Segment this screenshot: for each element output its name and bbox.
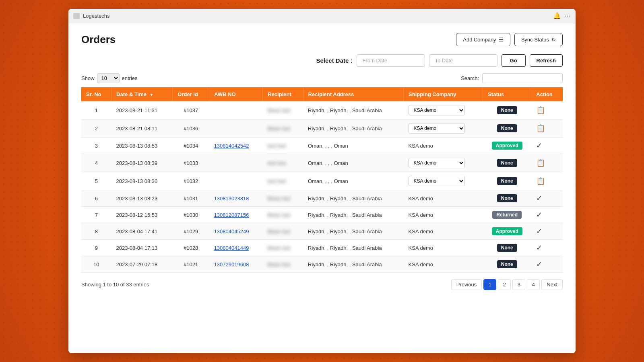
cell-action-3[interactable]: 📋 <box>531 154 563 172</box>
cell-sr-1: 2 <box>81 119 111 138</box>
entries-label: entries <box>122 75 138 81</box>
page-title: Orders <box>81 33 116 46</box>
cell-datetime-2: 2023-08-13 08:53 <box>111 138 173 154</box>
shipping-select-1[interactable]: KSA demo <box>409 123 465 134</box>
check-icon-8[interactable]: ✓ <box>536 243 542 252</box>
to-date-input[interactable] <box>429 54 497 67</box>
cell-recipient-9: Biwar last <box>263 256 303 273</box>
awb-link-9[interactable]: 130729019608 <box>214 261 249 267</box>
cell-sr-9: 10 <box>81 256 111 273</box>
cell-address-9: Riyadh, , Riyadh, , Saudi Arabia <box>303 256 403 273</box>
cell-datetime-7: 2023-08-04 17:41 <box>111 223 173 240</box>
cell-action-9[interactable]: ✓ <box>531 256 563 273</box>
cell-datetime-8: 2023-08-04 17:13 <box>111 240 173 256</box>
shipping-select-0[interactable]: KSA demo <box>409 105 465 115</box>
awb-link-6[interactable]: 130812087156 <box>214 212 249 218</box>
col-datetime[interactable]: Date & Time ▼ <box>111 87 173 101</box>
cell-sr-6: 7 <box>81 207 111 223</box>
copy-icon-3[interactable]: 📋 <box>536 158 545 167</box>
cell-awb-1 <box>209 119 263 138</box>
browser-titlebar: Logestechs 🔔 ⋯ <box>68 9 576 23</box>
refresh-button[interactable]: Refresh <box>530 54 563 67</box>
copy-icon-0[interactable]: 📋 <box>536 106 545 115</box>
cell-action-8[interactable]: ✓ <box>531 240 563 256</box>
next-button[interactable]: Next <box>541 279 563 290</box>
awb-link-2[interactable]: 130814042542 <box>214 143 249 149</box>
cell-action-5[interactable]: ✓ <box>531 190 563 207</box>
page-2-button[interactable]: 2 <box>498 279 511 290</box>
pagination-controls: Previous 1 2 3 4 Next <box>451 279 563 290</box>
previous-button[interactable]: Previous <box>451 279 482 290</box>
status-badge-0: None <box>497 106 517 114</box>
cell-awb-8[interactable]: 130804041449 <box>209 240 263 256</box>
check-icon-7[interactable]: ✓ <box>536 227 542 236</box>
search-input[interactable] <box>482 73 563 83</box>
cell-order-id-4: #1032 <box>173 172 209 190</box>
cell-action-0[interactable]: 📋 <box>531 101 563 119</box>
cell-awb-5[interactable]: 130813023818 <box>209 190 263 207</box>
shipping-select-3[interactable]: KSA demo <box>409 158 465 168</box>
cell-action-6[interactable]: ✓ <box>531 207 563 223</box>
shipping-select-4[interactable]: KSA demo <box>409 176 465 186</box>
cell-recipient-3: test test <box>263 154 303 172</box>
shipping-text-7: KSA demo <box>409 228 433 234</box>
action-cell-4: 📋 <box>536 177 558 185</box>
cell-status-9: None <box>483 256 531 273</box>
add-company-button[interactable]: Add Company ☰ <box>456 33 510 46</box>
check-icon-2[interactable]: ✓ <box>536 141 542 150</box>
status-badge-6: Returned <box>492 211 522 219</box>
col-awb-no: AWB NO <box>209 87 263 101</box>
cell-action-4[interactable]: 📋 <box>531 172 563 190</box>
cell-awb-7[interactable]: 130804045249 <box>209 223 263 240</box>
page-header: Orders Add Company ☰ Sync Status ↻ <box>81 33 563 46</box>
entries-select[interactable]: 10 25 50 100 <box>97 73 120 83</box>
show-label: Show <box>81 75 95 81</box>
cell-recipient-2: test test <box>263 138 303 154</box>
check-icon-6[interactable]: ✓ <box>536 210 542 219</box>
cell-awb-6[interactable]: 130812087156 <box>209 207 263 223</box>
cell-shipping-4[interactable]: KSA demo <box>404 172 483 190</box>
status-badge-9: None <box>497 260 517 268</box>
bell-icon[interactable]: 🔔 <box>553 12 561 20</box>
cell-status-2: Approved <box>483 138 531 154</box>
browser-window: Logestechs 🔔 ⋯ Orders Add Company ☰ Sync… <box>68 9 576 353</box>
select-date-label: Select Date : <box>316 57 352 64</box>
copy-icon-4[interactable]: 📋 <box>536 177 545 185</box>
page-4-button[interactable]: 4 <box>527 279 540 290</box>
cell-shipping-0[interactable]: KSA demo <box>404 101 483 119</box>
awb-link-5[interactable]: 130813023818 <box>214 195 249 202</box>
cell-action-1[interactable]: 📋 <box>531 119 563 138</box>
action-cell-8: ✓ <box>536 243 558 252</box>
awb-link-7[interactable]: 130804045249 <box>214 228 249 234</box>
cell-recipient-0: Biwar last <box>263 101 303 119</box>
page-3-button[interactable]: 3 <box>512 279 525 290</box>
table-header-row: Sr. No Date & Time ▼ Order Id AWB NO Rec… <box>81 87 563 101</box>
cell-action-2[interactable]: ✓ <box>531 138 563 154</box>
table-controls: Show 10 25 50 100 entries Search: <box>81 73 563 83</box>
table-row: 102023-07-29 07:18#1021130729019608Biwar… <box>81 256 563 273</box>
date-filter-row: Select Date : Go Refresh <box>81 54 563 67</box>
sync-status-button[interactable]: Sync Status ↻ <box>514 33 563 46</box>
cell-shipping-3[interactable]: KSA demo <box>404 154 483 172</box>
cell-awb-3 <box>209 154 263 172</box>
cell-awb-2[interactable]: 130814042542 <box>209 138 263 154</box>
cell-address-2: Oman, , , , Oman <box>303 138 403 154</box>
more-icon[interactable]: ⋯ <box>564 12 571 20</box>
col-order-id: Order Id <box>173 87 209 101</box>
check-icon-5[interactable]: ✓ <box>536 194 542 203</box>
cell-order-id-8: #1028 <box>173 240 209 256</box>
copy-icon-1[interactable]: 📋 <box>536 124 545 133</box>
cell-sr-5: 6 <box>81 190 111 207</box>
col-recipient: Recipient <box>263 87 303 101</box>
cell-shipping-1[interactable]: KSA demo <box>404 119 483 138</box>
page-1-button[interactable]: 1 <box>483 279 496 290</box>
cell-awb-9[interactable]: 130729019608 <box>209 256 263 273</box>
action-cell-6: ✓ <box>536 210 558 219</box>
cell-order-id-0: #1037 <box>173 101 209 119</box>
cell-order-id-1: #1036 <box>173 119 209 138</box>
cell-action-7[interactable]: ✓ <box>531 223 563 240</box>
check-icon-9[interactable]: ✓ <box>536 260 542 269</box>
awb-link-8[interactable]: 130804041449 <box>214 245 249 251</box>
from-date-input[interactable] <box>357 54 425 67</box>
go-button[interactable]: Go <box>502 54 526 67</box>
